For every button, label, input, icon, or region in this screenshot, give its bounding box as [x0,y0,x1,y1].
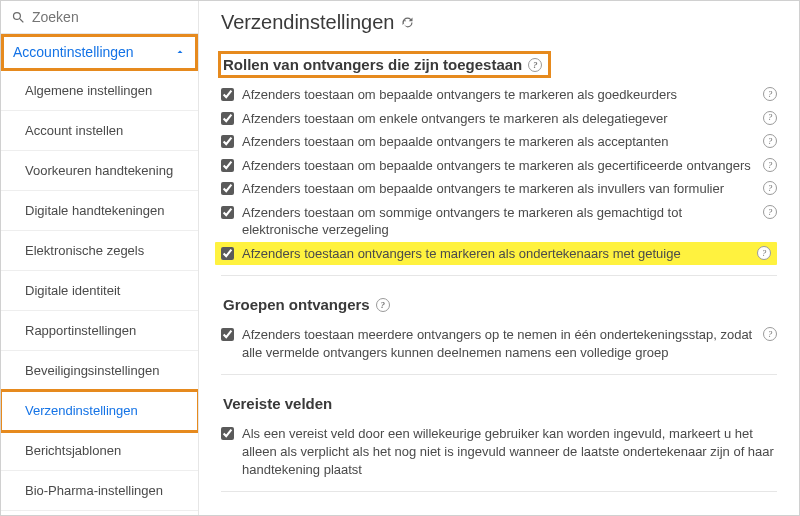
roles-options: Afzenders toestaan om bepaalde ontvanger… [221,83,777,265]
nav-item-label: Verzendinstellingen [25,403,138,418]
section-head-groups: Groepen ontvangers ? [221,294,396,315]
option-label: Afzenders toestaan om bepaalde ontvanger… [242,133,755,151]
option-label: Afzenders toestaan om bepaalde ontvanger… [242,180,755,198]
checkbox[interactable] [221,182,234,195]
page-title-text: Verzendinstellingen [221,11,394,34]
divider [221,491,777,492]
info-icon[interactable]: ? [376,298,390,312]
opt-role-acceptanten: Afzenders toestaan om bepaalde ontvanger… [221,130,777,154]
nav-item-label: Beveiligingsinstellingen [25,363,159,378]
search-row [1,1,198,34]
nav-item-label: Account instellen [25,123,123,138]
nav-item-elektronische-zegels[interactable]: Elektronische zegels [1,231,198,271]
nav-item-digitale-handtekeningen[interactable]: Digitale handtekeningen [1,191,198,231]
checkbox[interactable] [221,247,234,260]
nav-item-algemene-instellingen[interactable]: Algemene instellingen [1,71,198,111]
checkbox[interactable] [221,135,234,148]
info-icon[interactable]: ? [763,181,777,195]
option-label: Afzenders toestaan om enkele ontvangers … [242,110,755,128]
nav-item-rapportinstellingen[interactable]: Rapportinstellingen [1,311,198,351]
groups-options: Afzenders toestaan meerdere ontvangers o… [221,323,777,364]
nav-item-verzendinstellingen[interactable]: Verzendinstellingen [1,391,198,431]
checkbox[interactable] [221,328,234,341]
opt-required-field: Als een vereist veld door een willekeuri… [221,422,777,481]
info-icon[interactable]: ? [763,134,777,148]
nav-item-label: Digitale handtekeningen [25,203,165,218]
nav-item-label: Berichtsjablonen [25,443,121,458]
info-icon[interactable]: ? [763,87,777,101]
nav-list: Algemene instellingen Account instellen … [1,71,198,515]
checkbox[interactable] [221,206,234,219]
opt-group-multiple: Afzenders toestaan meerdere ontvangers o… [221,323,777,364]
nav-item-label: Rapportinstellingen [25,323,136,338]
nav-item-workflow-integratie[interactable]: Workflow-integratie [1,511,198,515]
nav-accountinstellingen[interactable]: Accountinstellingen [1,34,198,71]
refresh-icon[interactable] [400,15,415,30]
divider [221,275,777,276]
opt-role-verzegeling: Afzenders toestaan om sommige ontvangers… [221,201,777,242]
option-label: Afzenders toestaan ontvangers te markere… [242,245,749,263]
option-label: Afzenders toestaan om bepaalde ontvanger… [242,157,755,175]
page-title: Verzendinstellingen [221,11,777,34]
section-head-required: Vereiste velden [221,393,338,414]
sidebar: Accountinstellingen Algemene instellinge… [1,1,199,515]
section-title: Rollen van ontvangers die zijn toegestaa… [223,56,522,73]
checkbox[interactable] [221,112,234,125]
option-label: Afzenders toestaan om sommige ontvangers… [242,204,755,239]
opt-role-delegatiegever: Afzenders toestaan om enkele ontvangers … [221,107,777,131]
section-head-roles: Rollen van ontvangers die zijn toegestaa… [221,54,548,75]
nav-item-voorkeuren-handtekening[interactable]: Voorkeuren handtekening [1,151,198,191]
checkbox[interactable] [221,88,234,101]
opt-role-gecertificeerde: Afzenders toestaan om bepaalde ontvanger… [221,154,777,178]
section-title: Groepen ontvangers [223,296,370,313]
app-window: Accountinstellingen Algemene instellinge… [0,0,800,516]
option-label: Afzenders toestaan om bepaalde ontvanger… [242,86,755,104]
section-title: Vereiste velden [223,395,332,412]
nav-item-bio-pharma-instellingen[interactable]: Bio-Pharma-instellingen [1,471,198,511]
nav-item-berichtsjablonen[interactable]: Berichtsjablonen [1,431,198,471]
info-icon[interactable]: ? [757,246,771,260]
nav-item-label: Bio-Pharma-instellingen [25,483,163,498]
section-title: Documenten bijvoegen [223,512,388,515]
section-head-attach: Documenten bijvoegen [221,510,394,515]
nav-item-beveiligingsinstellingen[interactable]: Beveiligingsinstellingen [1,351,198,391]
nav-item-digitale-identiteit[interactable]: Digitale identiteit [1,271,198,311]
nav-item-label: Elektronische zegels [25,243,144,258]
search-icon [11,10,26,25]
info-icon[interactable]: ? [763,205,777,219]
main-content: Verzendinstellingen Rollen van ontvanger… [199,1,799,515]
nav-item-label: Voorkeuren handtekening [25,163,173,178]
info-icon[interactable]: ? [763,327,777,341]
search-input[interactable] [32,9,188,25]
option-label: Afzenders toestaan meerdere ontvangers o… [242,326,755,361]
nav-item-label: Algemene instellingen [25,83,152,98]
info-icon[interactable]: ? [763,111,777,125]
nav-item-account-instellen[interactable]: Account instellen [1,111,198,151]
chevron-up-icon [174,46,186,58]
nav-item-label: Digitale identiteit [25,283,120,298]
opt-role-goedkeurders: Afzenders toestaan om bepaalde ontvanger… [221,83,777,107]
required-options: Als een vereist veld door een willekeuri… [221,422,777,481]
divider [221,374,777,375]
option-label: Als een vereist veld door een willekeuri… [242,425,777,478]
info-icon[interactable]: ? [763,158,777,172]
checkbox[interactable] [221,159,234,172]
opt-role-invullers: Afzenders toestaan om bepaalde ontvanger… [221,177,777,201]
checkbox[interactable] [221,427,234,440]
nav-parent-label: Accountinstellingen [13,44,134,60]
info-icon[interactable]: ? [528,58,542,72]
opt-role-getuige: Afzenders toestaan ontvangers te markere… [215,242,777,266]
